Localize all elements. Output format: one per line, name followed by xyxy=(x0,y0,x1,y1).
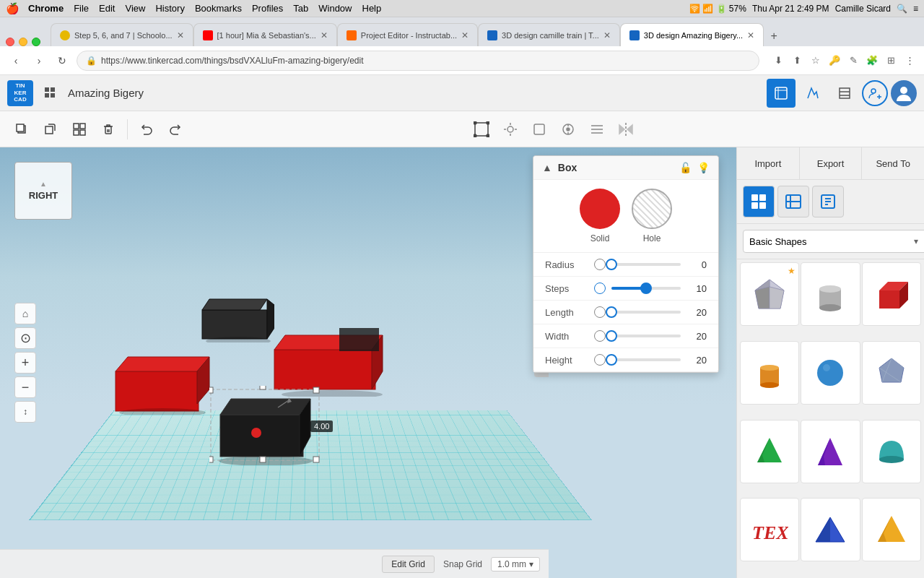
tinkercad-logo[interactable]: TINKERCAD xyxy=(7,80,33,106)
new-tab-button[interactable]: + xyxy=(764,26,784,46)
menu-window[interactable]: Window xyxy=(318,3,352,14)
solid-option[interactable]: Solid xyxy=(580,189,620,243)
menu-grid-icon[interactable] xyxy=(40,83,61,103)
duplicate-button[interactable] xyxy=(9,116,35,142)
profile-view-icon[interactable]: ⊞ xyxy=(884,53,898,68)
tab-close-1[interactable]: ✕ xyxy=(177,30,184,40)
radius-dot[interactable] xyxy=(594,259,606,270)
menu-profiles[interactable]: Profiles xyxy=(252,3,283,14)
address-input[interactable]: 🔒 https://www.tinkercad.com/things/bsdVX… xyxy=(77,51,759,71)
delete-button[interactable] xyxy=(95,116,121,142)
download-icon[interactable]: ⬇ xyxy=(771,53,785,68)
edit-icon[interactable]: ✎ xyxy=(846,53,860,68)
traffic-light-close[interactable] xyxy=(6,38,14,46)
refresh-button[interactable]: ↻ xyxy=(53,52,71,69)
shape-item-cylinder[interactable] xyxy=(801,262,860,326)
select-zoom-button[interactable]: ⊙ xyxy=(14,327,36,349)
prop-collapse-button[interactable]: ▲ xyxy=(542,162,552,173)
edit-view-button[interactable] xyxy=(798,79,827,108)
tab-2[interactable]: [1 hour] Mia & Sebastian's... ✕ xyxy=(193,23,337,46)
select-button[interactable] xyxy=(468,116,494,142)
shape-item-cube[interactable] xyxy=(862,262,921,326)
steps-slider[interactable] xyxy=(611,287,681,290)
apple-menu[interactable]: 🍎 xyxy=(6,2,19,15)
align-button[interactable] xyxy=(584,116,610,142)
light-button[interactable] xyxy=(497,116,523,142)
menu-edit[interactable]: Edit xyxy=(99,3,115,14)
menu-chrome[interactable]: Chrome xyxy=(28,3,64,14)
shape-item-mesh[interactable] xyxy=(862,341,921,405)
dark-box-small[interactable] xyxy=(195,292,274,345)
password-icon[interactable]: 🔑 xyxy=(827,53,842,68)
copy-group-button[interactable] xyxy=(38,116,64,142)
height-slider[interactable] xyxy=(611,358,681,361)
prop-info-icon[interactable]: 💡 xyxy=(697,162,710,173)
steps-dot[interactable] xyxy=(594,282,606,294)
redo-button[interactable] xyxy=(162,116,188,142)
user-avatar[interactable] xyxy=(891,80,917,106)
extensions-icon[interactable]: 🧩 xyxy=(865,53,879,68)
tab-close-5[interactable]: ✕ xyxy=(747,30,754,40)
tab-close-4[interactable]: ✕ xyxy=(603,30,611,40)
back-button[interactable]: ‹ xyxy=(7,52,25,69)
panel-list-view[interactable] xyxy=(777,186,809,217)
height-dot[interactable] xyxy=(594,354,606,366)
menu-history[interactable]: History xyxy=(155,3,184,14)
shape-item-pyramid-green[interactable] xyxy=(740,420,799,483)
menu-search[interactable]: 🔍 xyxy=(897,4,907,14)
import-button[interactable]: Import xyxy=(737,147,800,179)
shape-item-pyramid-yellow[interactable] xyxy=(862,498,921,561)
bookmark-icon[interactable]: ☆ xyxy=(808,53,823,68)
tab-4[interactable]: 3D design camille train | T... ✕ xyxy=(478,23,620,46)
group-button[interactable] xyxy=(66,116,92,142)
snap-grid-value[interactable]: 1.0 mm ▾ xyxy=(491,557,540,571)
menu-view[interactable]: View xyxy=(125,3,145,14)
traffic-light-minimize[interactable] xyxy=(19,38,27,46)
shape-button[interactable] xyxy=(526,116,552,142)
menu-tab[interactable]: Tab xyxy=(293,3,308,14)
send-to-button[interactable]: Send To xyxy=(862,147,924,179)
hole-option[interactable]: Hole xyxy=(632,189,672,243)
view-cube[interactable]: ▲ RIGHT xyxy=(14,162,72,220)
width-dot[interactable] xyxy=(594,330,606,342)
prop-lock-icon[interactable]: 🔓 xyxy=(679,162,692,173)
selected-box[interactable] xyxy=(209,386,325,468)
share-icon[interactable]: ⬆ xyxy=(790,53,804,68)
chrome-menu[interactable]: ⋮ xyxy=(902,53,917,68)
home-zoom-button[interactable]: ⌂ xyxy=(14,303,36,324)
rotate-button[interactable] xyxy=(555,116,581,142)
zoom-in-button[interactable]: + xyxy=(14,352,36,374)
tab-close-2[interactable]: ✕ xyxy=(321,30,328,40)
forward-button[interactable]: › xyxy=(30,52,48,69)
fit-button[interactable]: ↕ xyxy=(14,401,36,423)
shape-item-cylinder-orange[interactable] xyxy=(740,341,799,405)
shape-item-diamond[interactable]: ★ xyxy=(740,262,799,326)
shape-item-pyramid-purple[interactable] xyxy=(801,420,860,483)
undo-button[interactable] xyxy=(134,116,160,142)
layers-button[interactable] xyxy=(830,79,859,108)
shape-select-dropdown[interactable]: Basic Shapes xyxy=(743,230,924,253)
radius-slider[interactable] xyxy=(611,263,681,266)
shape-item-dome[interactable] xyxy=(862,420,921,483)
tab-1[interactable]: Step 5, 6, and 7 | Schoolo... ✕ xyxy=(51,23,193,46)
length-dot[interactable] xyxy=(594,306,606,318)
width-slider[interactable] xyxy=(611,335,681,337)
edit-grid-button[interactable]: Edit Grid xyxy=(382,556,435,573)
tab-3[interactable]: Project Editor - Instructab... ✕ xyxy=(337,23,478,46)
menu-file[interactable]: File xyxy=(74,3,89,14)
panel-grid-view[interactable] xyxy=(743,186,775,217)
tab-5[interactable]: 3D design Amazing Bigery... ✕ xyxy=(620,23,764,46)
traffic-light-maximize[interactable] xyxy=(32,38,40,46)
menu-help[interactable]: Help xyxy=(362,3,382,14)
export-button[interactable]: Export xyxy=(800,147,863,179)
shape-item-text[interactable]: TEXT xyxy=(740,498,799,561)
panel-info-view[interactable] xyxy=(812,186,844,217)
shape-item-sphere[interactable] xyxy=(801,341,860,405)
red-box-left[interactable] xyxy=(112,346,220,418)
zoom-out-button[interactable]: − xyxy=(14,376,36,398)
menu-list[interactable]: ≡ xyxy=(913,4,918,14)
mirror-button[interactable] xyxy=(613,116,639,142)
3d-view-button[interactable] xyxy=(767,79,796,108)
menu-bookmarks[interactable]: Bookmarks xyxy=(195,3,242,14)
tab-close-3[interactable]: ✕ xyxy=(461,30,468,40)
